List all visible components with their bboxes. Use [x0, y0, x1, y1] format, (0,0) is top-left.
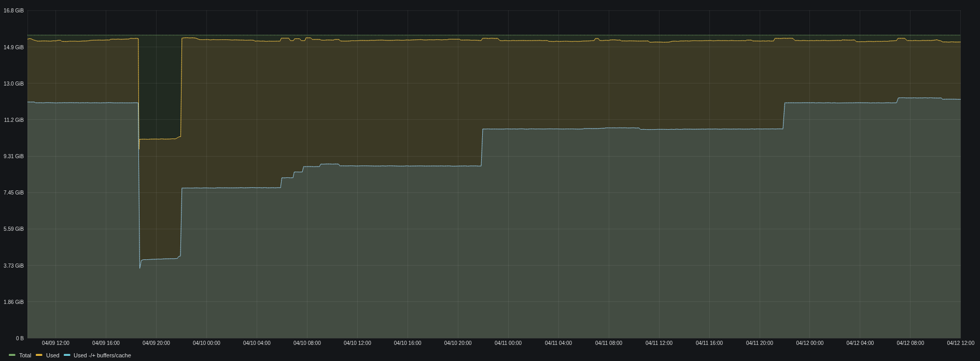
svg-text:3.73 GiB: 3.73 GiB — [4, 263, 24, 269]
svg-text:04/11 08:00: 04/11 08:00 — [595, 340, 623, 346]
svg-text:04/11 04:00: 04/11 04:00 — [545, 340, 572, 346]
svg-text:04/10 08:00: 04/10 08:00 — [293, 340, 321, 346]
svg-text:Total: Total — [19, 352, 31, 358]
svg-text:7.45 GiB: 7.45 GiB — [4, 190, 24, 196]
svg-text:04/12 00:00: 04/12 00:00 — [796, 340, 823, 346]
svg-text:04/11 12:00: 04/11 12:00 — [646, 340, 673, 346]
svg-text:04/10 12:00: 04/10 12:00 — [344, 340, 371, 346]
svg-text:5.59 GiB: 5.59 GiB — [4, 226, 24, 232]
svg-text:04/10 20:00: 04/10 20:00 — [444, 340, 472, 346]
svg-text:04/09 20:00: 04/09 20:00 — [143, 340, 170, 346]
svg-text:04/10 04:00: 04/10 04:00 — [243, 340, 271, 346]
svg-text:Used: Used — [46, 352, 60, 358]
svg-text:04/12 04:00: 04/12 04:00 — [846, 340, 874, 346]
svg-text:11.2 GiB: 11.2 GiB — [4, 117, 24, 123]
svg-text:1.86 GiB: 1.86 GiB — [4, 299, 24, 305]
svg-text:0 B: 0 B — [16, 336, 24, 341]
svg-text:04/11 00:00: 04/11 00:00 — [495, 340, 522, 346]
svg-text:Used -/+ buffers/cache: Used -/+ buffers/cache — [74, 352, 131, 358]
svg-text:04/09 12:00: 04/09 12:00 — [42, 340, 69, 346]
svg-text:16.8 GiB: 16.8 GiB — [4, 8, 24, 13]
svg-text:04/12 08:00: 04/12 08:00 — [897, 340, 924, 346]
svg-text:04/11 20:00: 04/11 20:00 — [746, 340, 774, 346]
svg-text:14.9 GiB: 14.9 GiB — [4, 45, 24, 50]
svg-text:04/10 00:00: 04/10 00:00 — [193, 340, 220, 346]
svg-text:04/09 16:00: 04/09 16:00 — [92, 340, 120, 346]
svg-text:9.31 GiB: 9.31 GiB — [4, 154, 24, 159]
svg-text:04/12 12:00: 04/12 12:00 — [947, 340, 974, 346]
svg-text:04/11 16:00: 04/11 16:00 — [696, 340, 723, 346]
svg-text:04/10 16:00: 04/10 16:00 — [394, 340, 422, 346]
svg-text:13.0 GiB: 13.0 GiB — [4, 81, 24, 87]
